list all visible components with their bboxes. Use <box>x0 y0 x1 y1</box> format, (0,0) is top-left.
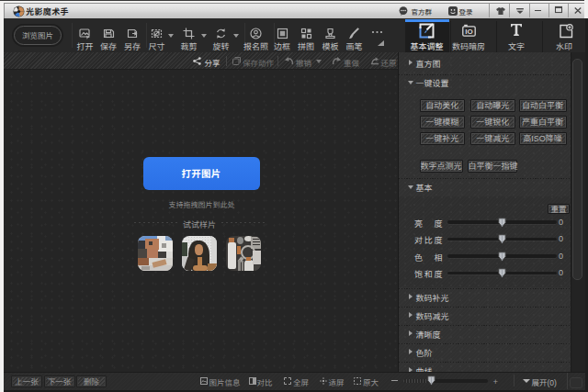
svg-text:IO: IO <box>465 28 472 36</box>
